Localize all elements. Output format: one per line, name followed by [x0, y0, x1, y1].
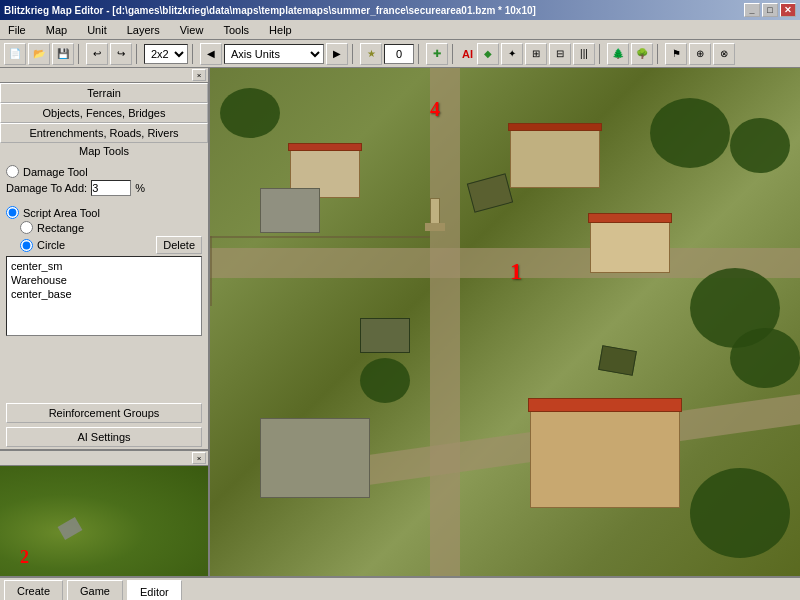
tree-cluster-7	[690, 468, 790, 558]
minimize-button[interactable]: _	[744, 3, 760, 17]
roof-1	[288, 143, 362, 151]
vehicle-tank-2	[598, 345, 637, 376]
script-area-radio[interactable]	[6, 206, 19, 219]
tree1-button[interactable]: 🌲	[607, 43, 629, 65]
minimap-close-bar: ×	[0, 451, 208, 466]
tool1-button[interactable]: ⊕	[689, 43, 711, 65]
new-button[interactable]: 📄	[4, 43, 26, 65]
number-input[interactable]	[384, 44, 414, 64]
separator1	[78, 44, 82, 64]
separator3	[192, 44, 196, 64]
redo-button[interactable]: ↪	[110, 43, 132, 65]
title-text: Blitzkrieg Map Editor - [d:\games\blitzk…	[4, 5, 536, 16]
game-tab[interactable]: Game	[67, 580, 123, 600]
tool2-button[interactable]: ⊗	[713, 43, 735, 65]
menu-file[interactable]: File	[4, 22, 30, 38]
menubar: File Map Unit Layers View Tools Help	[0, 20, 800, 40]
arrow-right-button[interactable]: ▶	[326, 43, 348, 65]
minimap-background	[0, 466, 208, 576]
ai4-button[interactable]: ⊟	[549, 43, 571, 65]
circle-radio[interactable]	[20, 239, 33, 252]
damage-add-row: Damage To Add: %	[6, 180, 202, 196]
create-tab[interactable]: Create	[4, 580, 63, 600]
separator4	[352, 44, 356, 64]
menu-unit[interactable]: Unit	[83, 22, 111, 38]
menu-map[interactable]: Map	[42, 22, 71, 38]
script-area-row: Script Area Tool	[6, 206, 202, 219]
ai2-button[interactable]: ✦	[501, 43, 523, 65]
vehicle-truck-1	[360, 318, 410, 353]
building-2	[510, 128, 600, 188]
map-tools-label: Map Tools	[0, 143, 208, 159]
save-button[interactable]: 💾	[52, 43, 74, 65]
building-3	[590, 218, 670, 273]
menu-layers[interactable]: Layers	[123, 22, 164, 38]
road-vertical-1	[430, 68, 460, 576]
star-button[interactable]: ★	[360, 43, 382, 65]
roof-4	[528, 398, 682, 412]
tree-cluster-6	[360, 358, 410, 403]
menu-view[interactable]: View	[176, 22, 208, 38]
editor-tab[interactable]: Editor	[127, 580, 182, 600]
rectangle-radio[interactable]	[20, 221, 33, 234]
grid-select[interactable]: 2x2	[144, 44, 188, 64]
script-section: Script Area Tool Rectange Circle Delete …	[0, 202, 208, 340]
map-view[interactable]: 1 4	[210, 68, 800, 576]
circle-label: Circle	[37, 239, 65, 251]
separator6	[452, 44, 456, 64]
building-stone-1	[260, 188, 320, 233]
tree-cluster-1	[220, 88, 280, 138]
damage-tool-radio[interactable]	[6, 165, 19, 178]
main-layout: × Terrain Objects, Fences, Bridges Entre…	[0, 68, 800, 576]
building-stone-2	[260, 418, 370, 498]
unit-selector[interactable]: Axis Units	[224, 44, 324, 64]
tree2-button[interactable]: 🌳	[631, 43, 653, 65]
window-controls: _ □ ✕	[744, 3, 796, 17]
ai3-button[interactable]: ⊞	[525, 43, 547, 65]
damage-input[interactable]	[91, 180, 131, 196]
close-button[interactable]: ✕	[780, 3, 796, 17]
circle-row: Circle Delete	[20, 236, 202, 254]
minimap-canvas[interactable]: 2	[0, 466, 208, 576]
minimap-close-button[interactable]: ×	[192, 452, 206, 464]
menu-tools[interactable]: Tools	[219, 22, 253, 38]
script-item-warehouse[interactable]: Warehouse	[9, 273, 199, 287]
maximize-button[interactable]: □	[762, 3, 778, 17]
open-button[interactable]: 📂	[28, 43, 50, 65]
rectangle-row: Rectange	[20, 221, 202, 234]
delete-button[interactable]: Delete	[156, 236, 202, 254]
plus-button[interactable]: ✚	[426, 43, 448, 65]
ai-settings-button[interactable]: AI Settings	[6, 427, 202, 447]
vehicle-tank-1	[467, 173, 513, 212]
damage-to-add-label: Damage To Add:	[6, 182, 87, 194]
map-tools-section: Damage Tool Damage To Add: %	[0, 159, 208, 202]
separator5	[418, 44, 422, 64]
tree-cluster-3	[730, 118, 790, 173]
terrain-button[interactable]: Terrain	[0, 83, 208, 103]
left-panel-close-button[interactable]: ×	[192, 69, 206, 81]
building-4	[530, 408, 680, 508]
objects-button[interactable]: Objects, Fences, Bridges	[0, 103, 208, 123]
ai5-button[interactable]: |||	[573, 43, 595, 65]
ai-label: AI	[460, 48, 475, 60]
monument-base	[425, 223, 445, 231]
script-item-center-base[interactable]: center_base	[9, 287, 199, 301]
ai1-button[interactable]: ◆	[477, 43, 499, 65]
menu-help[interactable]: Help	[265, 22, 296, 38]
script-list[interactable]: center_sm Warehouse center_base	[6, 256, 202, 336]
map-number-1: 1	[510, 258, 522, 285]
separator7	[599, 44, 603, 64]
reinforcement-groups-button[interactable]: Reinforcement Groups	[6, 403, 202, 423]
undo-button[interactable]: ↩	[86, 43, 108, 65]
damage-tool-row: Damage Tool	[6, 165, 202, 178]
fence-2	[210, 236, 212, 306]
script-item-center-sm[interactable]: center_sm	[9, 259, 199, 273]
rectangle-label: Rectange	[37, 222, 84, 234]
flag-button[interactable]: ⚑	[665, 43, 687, 65]
bottom-tabs: Create Game Editor	[0, 576, 800, 600]
entrenchments-button[interactable]: Entrenchments, Roads, Rivers	[0, 123, 208, 143]
spacer	[0, 340, 208, 401]
script-area-label: Script Area Tool	[23, 207, 100, 219]
tree-cluster-5	[730, 328, 800, 388]
arrow-left-button[interactable]: ◀	[200, 43, 222, 65]
